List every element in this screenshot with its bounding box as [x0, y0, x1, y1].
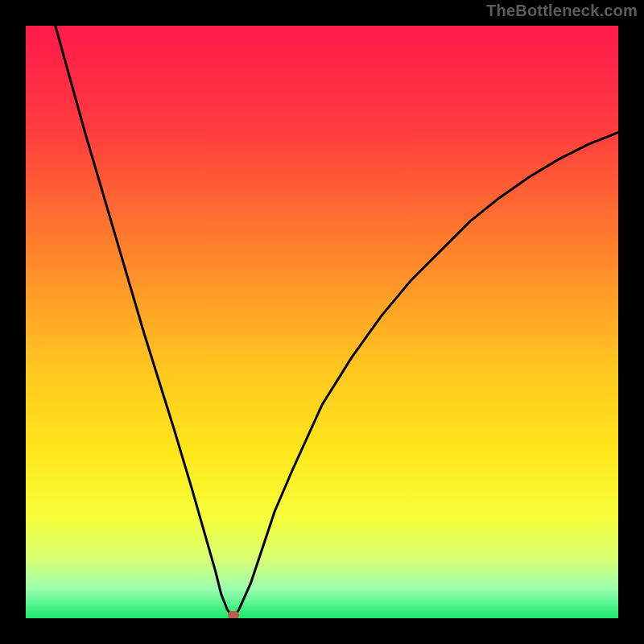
- bottleneck-curve: [26, 26, 618, 618]
- optimal-point-marker: [228, 611, 239, 618]
- chart-frame: TheBottleneck.com: [0, 0, 644, 644]
- watermark-text: TheBottleneck.com: [486, 2, 638, 20]
- plot-area: [26, 26, 618, 618]
